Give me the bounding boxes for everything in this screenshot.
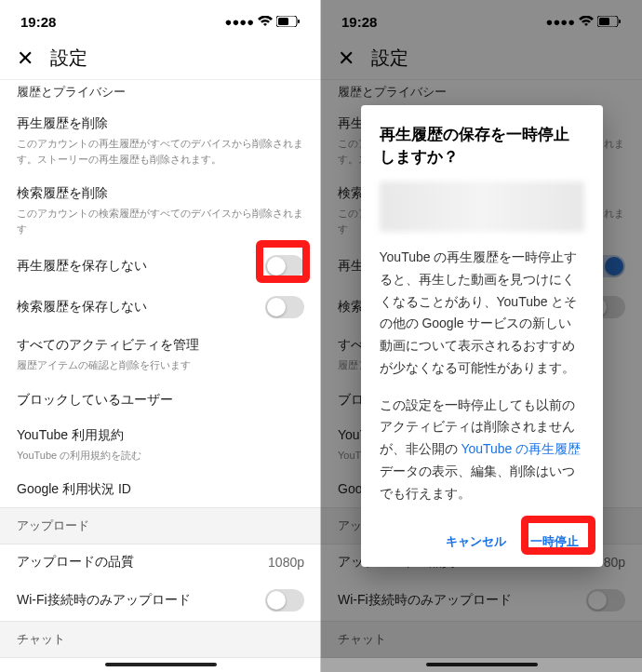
svg-rect-2 [298,20,300,23]
pause-history-dialog: 再生履歴の保存を一時停止しますか？ YouTube の再生履歴を一時停止すると、… [361,105,603,566]
section-history-privacy: 履歴とプライバシー [0,80,321,106]
signal-icon: ●●●● [225,15,254,29]
battery-icon [276,14,301,30]
cancel-button[interactable]: キャンセル [440,526,512,558]
settings-header: ✕ 設定 [0,37,321,80]
row-pause-search-history[interactable]: 検索履歴を保存しない [0,287,321,328]
row-pause-watch-history[interactable]: 再生履歴を保存しない [0,246,321,287]
close-icon[interactable]: ✕ [17,47,33,71]
status-bar: 19:28 ●●●● [0,0,321,37]
page-title: 設定 [50,46,87,71]
row-manage-activity[interactable]: すべてのアクティビティを管理 履歴アイテムの確認と削除を行います [0,328,321,383]
dialog-body: YouTube の再生履歴を一時停止すると、再生した動画を見つけにくくなることが… [380,247,584,505]
toggle-wifi-upload[interactable] [265,589,304,612]
status-icons: ●●●● [225,14,301,30]
row-youtube-terms[interactable]: YouTube 利用規約 YouTube の利用規約を読む [0,418,321,473]
svg-rect-1 [278,18,288,25]
phone-right: 19:28 ●●●● ✕ 設定 履歴とプライバシー 再生履歴を削除 このアカウン… [321,0,642,672]
row-wifi-only-upload[interactable]: Wi-Fi接続時のみアップロード [0,580,321,621]
section-upload-header: アップロード [0,507,321,544]
confirm-pause-button[interactable]: 一時停止 [525,526,584,558]
youtube-history-link[interactable]: YouTube の再生履歴 [461,441,581,456]
row-delete-search-history[interactable]: 検索履歴を削除 このアカウントの検索履歴がすべてのデバイスから削除されます [0,176,321,246]
row-google-usage-id[interactable]: Google 利用状況 ID [0,472,321,507]
wifi-icon [258,14,273,30]
toggle-pause-search[interactable] [265,296,304,318]
phone-left: 19:28 ●●●● ✕ 設定 履歴とプライバシー 再生履歴を削除 このアカウン… [0,0,321,672]
dialog-scrim[interactable]: 再生履歴の保存を一時停止しますか？ YouTube の再生履歴を一時停止すると、… [321,0,642,672]
status-time: 19:28 [20,14,56,30]
row-delete-watch-history[interactable]: 再生履歴を削除 このアカウントの再生履歴がすべてのデバイスから削除されます。スト… [0,106,321,176]
home-indicator[interactable] [105,663,217,666]
section-chat-header: チャット [0,621,321,658]
row-blocked-users[interactable]: ブロックしているユーザー [0,383,321,418]
toggle-pause-watch[interactable] [265,255,304,277]
dialog-title: 再生履歴の保存を一時停止しますか？ [380,124,584,168]
dialog-account-info-redacted [380,181,584,232]
row-upload-quality[interactable]: アップロードの品質 1080p [0,544,321,580]
